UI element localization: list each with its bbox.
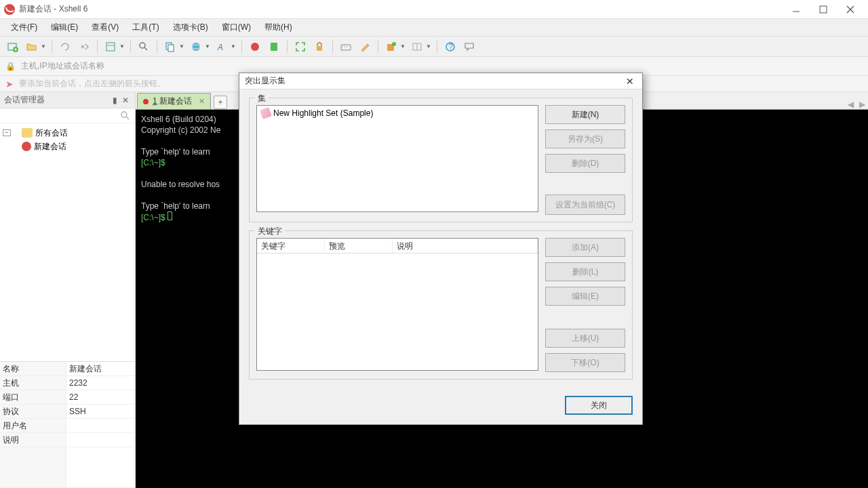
globe-icon[interactable] xyxy=(189,39,203,54)
layout-icon[interactable] xyxy=(410,39,425,54)
svg-point-25 xyxy=(392,42,396,46)
app-logo-icon xyxy=(4,4,15,15)
set-current-button[interactable]: 设置为当前组(C) xyxy=(545,195,625,215)
set-group-label: 集 xyxy=(255,93,269,104)
svg-point-14 xyxy=(192,43,200,51)
pin-icon[interactable]: ▮ xyxy=(109,96,120,105)
close-button[interactable] xyxy=(837,3,864,16)
tree-session[interactable]: 新建会话 xyxy=(3,140,132,153)
edit-button[interactable]: 编辑(E) xyxy=(545,287,625,306)
address-placeholder: 主机,IP地址或会话名称 xyxy=(21,60,104,72)
add-button[interactable]: 添加(A) xyxy=(545,238,625,257)
new-button[interactable]: 新建(N) xyxy=(545,105,625,124)
record-icon[interactable] xyxy=(248,39,262,54)
dialog-close-icon[interactable]: ✕ xyxy=(623,76,637,87)
menu-tab[interactable]: 选项卡(B) xyxy=(167,20,214,35)
maximize-button[interactable] xyxy=(810,3,837,16)
script-icon[interactable] xyxy=(267,39,281,54)
col-keyword[interactable]: 关键字 xyxy=(257,239,325,253)
sidebar-search[interactable] xyxy=(0,108,135,123)
disconnect-icon[interactable] xyxy=(77,39,92,54)
addon-dropdown[interactable]: ▼ xyxy=(400,43,406,49)
tab-close-icon[interactable]: ✕ xyxy=(199,97,205,106)
tab-next-icon[interactable]: ▶ xyxy=(856,100,868,109)
menubar: 文件(F) 编辑(E) 查看(V) 工具(T) 选项卡(B) 窗口(W) 帮助(… xyxy=(0,19,868,37)
reconnect-icon[interactable] xyxy=(58,39,73,54)
svg-rect-19 xyxy=(317,46,322,51)
set-item-label: New Highlight Set (Sample) xyxy=(273,108,373,118)
window-title: 新建会话 - Xshell 6 xyxy=(19,3,87,15)
list-item[interactable]: New Highlight Set (Sample) xyxy=(258,107,536,119)
dialog-titlebar: 突出显示集 ✕ xyxy=(239,73,642,89)
sidebar-header: 会话管理器 ▮ ✕ xyxy=(0,92,135,108)
globe-dropdown[interactable]: ▼ xyxy=(205,43,210,49)
svg-point-10 xyxy=(140,43,145,48)
font-icon[interactable]: A xyxy=(214,39,229,54)
minimize-button[interactable] xyxy=(783,3,810,16)
open-dropdown[interactable]: ▼ xyxy=(41,43,46,49)
svg-line-11 xyxy=(144,47,147,50)
svg-rect-1 xyxy=(820,6,827,13)
toolbar: ▼ ▼ ▼ ▼ A▼ ▼ ▼ ? xyxy=(0,37,868,57)
menu-help[interactable]: 帮助(H) xyxy=(259,20,298,35)
svg-rect-8 xyxy=(106,43,115,51)
copy-dropdown[interactable]: ▼ xyxy=(179,43,184,49)
prop-row: 协议SSH xyxy=(0,405,135,419)
prop-row: 说明 xyxy=(0,433,135,447)
session-tab[interactable]: 1 新建会话 ✕ xyxy=(137,93,211,109)
saveas-button[interactable]: 另存为(S) xyxy=(545,129,625,148)
menu-window[interactable]: 窗口(W) xyxy=(216,20,256,35)
svg-point-17 xyxy=(251,43,259,51)
keyword-group: 关键字 关键字 预览 说明 添加(A) 删除(L) 编辑(E) 上移(U) 下移… xyxy=(249,230,633,380)
movedown-button[interactable]: 下移(O) xyxy=(545,353,625,372)
open-icon[interactable] xyxy=(24,39,39,54)
menu-file[interactable]: 文件(F) xyxy=(5,20,43,35)
col-preview[interactable]: 预览 xyxy=(325,239,393,253)
properties-icon[interactable] xyxy=(103,39,118,54)
sidebar-title: 会话管理器 xyxy=(4,94,45,106)
menu-edit[interactable]: 编辑(E) xyxy=(45,20,83,35)
layout-dropdown[interactable]: ▼ xyxy=(426,43,431,49)
arrow-icon[interactable]: ➤ xyxy=(5,79,14,89)
dialog-title: 突出显示集 xyxy=(245,75,285,87)
search-icon[interactable] xyxy=(136,39,151,54)
menu-view[interactable]: 查看(V) xyxy=(86,20,124,35)
copy-icon[interactable] xyxy=(163,39,178,54)
addon-icon[interactable] xyxy=(384,39,399,54)
keyword-listview[interactable]: 关键字 预览 说明 xyxy=(256,238,538,371)
font-dropdown[interactable]: ▼ xyxy=(231,43,236,49)
highlight-icon[interactable] xyxy=(357,39,372,54)
help-icon[interactable]: ? xyxy=(443,39,458,54)
moveup-button[interactable]: 上移(U) xyxy=(545,329,625,348)
new-session-icon[interactable] xyxy=(5,39,20,54)
highlight-set-dialog: 突出显示集 ✕ 集 New Highlight Set (Sample) 新建(… xyxy=(239,73,643,425)
svg-rect-18 xyxy=(271,43,277,51)
keyboard-icon[interactable] xyxy=(338,39,353,54)
status-dot-icon xyxy=(143,99,149,104)
session-icon xyxy=(22,142,31,151)
sidebar-close-icon[interactable]: ✕ xyxy=(120,96,131,105)
svg-point-30 xyxy=(121,112,127,117)
titlebar: 新建会话 - Xshell 6 xyxy=(0,0,868,19)
col-desc[interactable]: 说明 xyxy=(393,239,538,253)
svg-text:?: ? xyxy=(449,42,454,52)
fullscreen-icon[interactable] xyxy=(293,39,308,54)
lock-icon[interactable] xyxy=(312,39,327,54)
prop-row: 用户名 xyxy=(0,419,135,433)
add-tab-button[interactable]: + xyxy=(214,96,227,109)
delete-button[interactable]: 删除(D) xyxy=(545,154,625,173)
tree-root[interactable]: − 所有会话 xyxy=(3,126,132,140)
session-tree: − 所有会话 新建会话 xyxy=(0,123,135,361)
close-button[interactable]: 关闭 xyxy=(565,396,633,415)
cursor xyxy=(167,211,172,220)
delete-kw-button[interactable]: 删除(L) xyxy=(545,262,625,281)
expand-icon[interactable]: − xyxy=(3,129,11,136)
menu-tools[interactable]: 工具(T) xyxy=(127,20,164,35)
properties-dropdown[interactable]: ▼ xyxy=(119,43,125,49)
svg-rect-20 xyxy=(341,45,351,50)
svg-text:A: A xyxy=(217,43,223,52)
set-listbox[interactable]: New Highlight Set (Sample) xyxy=(256,105,538,212)
prop-row: 端口22 xyxy=(0,390,135,405)
chat-icon[interactable] xyxy=(462,39,477,54)
tab-prev-icon[interactable]: ◀ xyxy=(845,100,856,109)
